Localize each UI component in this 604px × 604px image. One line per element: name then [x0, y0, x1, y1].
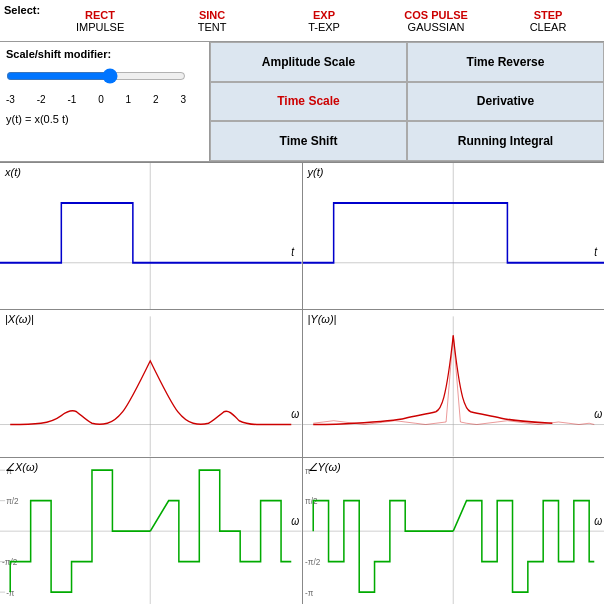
svg-text:ω: ω — [291, 514, 299, 527]
tick-neg1: -1 — [67, 94, 76, 105]
chart-xt: x(t) t — [0, 163, 303, 309]
signal-exp-label: EXP — [313, 9, 335, 21]
signal-tent-label: TENT — [198, 21, 227, 33]
tick-neg3: -3 — [6, 94, 15, 105]
svg-text:-π: -π — [305, 587, 313, 598]
signal-impulse-label: IMPULSE — [76, 21, 124, 33]
svg-text:t: t — [291, 244, 294, 260]
signal-exp-texp[interactable]: EXP T-EXP — [268, 0, 380, 41]
svg-text:t: t — [594, 244, 597, 260]
scale-shift-label: Scale/shift modifier: — [6, 48, 203, 60]
time-scale-btn[interactable]: Time Scale — [210, 82, 407, 122]
operation-buttons: Amplitude Scale Time Reverse Time Scale … — [210, 42, 604, 161]
amplitude-scale-btn[interactable]: Amplitude Scale — [210, 42, 407, 82]
svg-text:-π/2: -π/2 — [305, 556, 320, 567]
chart-yt: y(t) t — [303, 163, 605, 309]
tick-1: 1 — [126, 94, 132, 105]
chart-Yw-phase: ∠Y(ω) π/2 -π/2 π -π ω — [303, 458, 605, 604]
chart-row-phase: ∠X(ω) π/2 -π/2 π -π — [0, 457, 604, 604]
signal-sinc-tent[interactable]: SINC TENT — [156, 0, 268, 41]
controls-area: Scale/shift modifier: -3 -2 -1 0 1 2 3 y… — [0, 42, 604, 162]
tick-3: 3 — [180, 94, 186, 105]
signal-rect-label: RECT — [85, 9, 115, 21]
scale-shift-slider[interactable] — [6, 68, 186, 84]
tick-0: 0 — [98, 94, 104, 105]
charts-section: x(t) t y(t) — [0, 162, 604, 604]
signal-rect-impulse[interactable]: RECT IMPULSE — [44, 0, 156, 41]
chart-Yw-mag: |Y(ω)| ω — [303, 310, 605, 456]
chart-Xw-phase: ∠X(ω) π/2 -π/2 π -π — [0, 458, 303, 604]
running-integral-btn[interactable]: Running Integral — [407, 121, 604, 161]
signal-gaussian-label: GAUSSIAN — [408, 21, 465, 33]
signal-texp-label: T-EXP — [308, 21, 340, 33]
signal-step-label: STEP — [534, 9, 563, 21]
signal-cospulse-label: COS PULSE — [404, 9, 468, 21]
signal-sinc-label: SINC — [199, 9, 225, 21]
signal-step-clear[interactable]: STEP CLEAR — [492, 0, 604, 41]
chart-row-time: x(t) t y(t) — [0, 162, 604, 309]
svg-text:ω: ω — [594, 407, 602, 420]
time-reverse-btn[interactable]: Time Reverse — [407, 42, 604, 82]
tick-neg2: -2 — [37, 94, 46, 105]
signal-clear-label: CLEAR — [530, 21, 567, 33]
chart-row-freq-mag: |X(ω)| ω |Y(ω)| — [0, 309, 604, 456]
select-label: Select: — [0, 0, 44, 18]
tick-2: 2 — [153, 94, 159, 105]
svg-text:π/2: π/2 — [6, 495, 18, 506]
chart-yt-label: y(t) — [308, 166, 324, 178]
chart-xt-label: x(t) — [5, 166, 21, 178]
time-shift-btn[interactable]: Time Shift — [210, 121, 407, 161]
signal-selector-bar: Select: RECT IMPULSE SINC TENT EXP T-EXP… — [0, 0, 604, 42]
chart-Yw-phase-label: ∠Y(ω) — [308, 461, 341, 474]
chart-Yw-mag-label: |Y(ω)| — [308, 313, 337, 325]
main-layout: Select: RECT IMPULSE SINC TENT EXP T-EXP… — [0, 0, 604, 604]
tick-marks: -3 -2 -1 0 1 2 3 — [6, 94, 186, 105]
chart-Xw-phase-label: ∠X(ω) — [5, 461, 38, 474]
svg-text:ω: ω — [594, 514, 602, 527]
left-controls: Scale/shift modifier: -3 -2 -1 0 1 2 3 y… — [0, 42, 210, 161]
slider-container — [6, 68, 203, 86]
derivative-btn[interactable]: Derivative — [407, 82, 604, 122]
chart-Xw-mag: |X(ω)| ω — [0, 310, 303, 456]
equation-display: y(t) = x(0.5 t) — [6, 113, 203, 125]
signal-cospulse-gaussian[interactable]: COS PULSE GAUSSIAN — [380, 0, 492, 41]
svg-text:ω: ω — [291, 407, 299, 420]
chart-Xw-mag-label: |X(ω)| — [5, 313, 34, 325]
